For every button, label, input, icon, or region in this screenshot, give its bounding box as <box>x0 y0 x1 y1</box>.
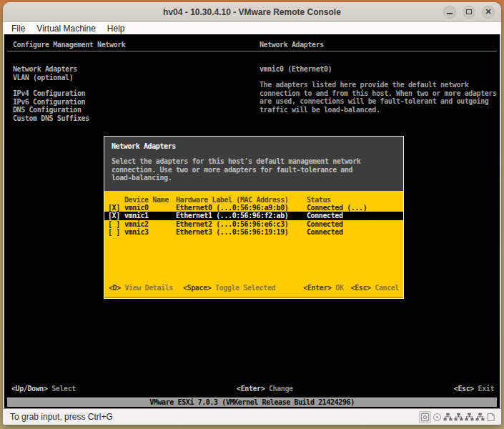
checkbox-vmnic0[interactable]: [X] <box>108 204 124 212</box>
key-esc: <Esc> <box>454 385 474 393</box>
maximize-icon <box>466 9 472 14</box>
minimize-icon <box>447 13 453 14</box>
key-esc-label: Cancel <box>375 284 399 292</box>
maximize-button[interactable] <box>463 6 475 19</box>
network-adapter-3-icon[interactable] <box>465 413 474 422</box>
adapter-table-panel: Device Name Hardware Label (MAC Address)… <box>104 191 403 298</box>
dcui-menu-ipv6[interactable]: IPv6 Configuration <box>13 98 89 107</box>
dcui-left-header: Configure Management Network <box>13 41 125 49</box>
vmrc-window: hv04 - 10.30.4.10 - VMware Remote Consol… <box>3 2 501 425</box>
status-value: Connected <box>307 212 403 220</box>
adapter-table: Device Name Hardware Label (MAC Address)… <box>104 191 403 236</box>
dcui-key-hints: <Up/Down> Select <Enter> Change <Esc> Ex… <box>11 385 494 393</box>
network-adapter-4-icon[interactable] <box>475 413 485 422</box>
hardware-label: Ethernet0 (...0:56:96:a9:b0) <box>176 204 307 212</box>
header-device-name: Device Name <box>108 196 176 204</box>
esxi-version-bar: VMware ESXi 7.0.3 (VMKernel Release Buil… <box>7 398 497 407</box>
key-space-label: Toggle Selected <box>215 284 275 292</box>
hardware-label: Ethernet1 (...0:56:96:f2:ab) <box>176 212 307 220</box>
key-enter: <Enter> <box>237 385 265 393</box>
dialog-key-hints: <D> View Details <Space> Toggle Selected… <box>109 284 399 292</box>
menu-file[interactable]: File <box>6 22 31 34</box>
header-hardware-label: Hardware Label (MAC Address) <box>176 196 307 204</box>
adapter-summary: vmnic0 (Ethernet0) <box>260 65 498 74</box>
dialog-body-line: connection. Use two or more adapters for… <box>112 166 360 174</box>
network-adapters-dialog: Network Adapters Select the adapters for… <box>104 136 404 299</box>
network-adapter-2-icon[interactable] <box>454 413 463 422</box>
dcui-detail-pane: vmnic0 (Ethernet0) The adapters listed h… <box>260 65 498 114</box>
minimize-button[interactable] <box>443 6 456 19</box>
key-updown: <Up/Down> <box>11 385 48 393</box>
menu-help[interactable]: Help <box>102 22 131 34</box>
key-enter: <Enter> <box>303 284 331 292</box>
checkbox-vmnic3[interactable]: [ ] <box>108 228 124 236</box>
key-esc-label: Exit <box>478 385 494 393</box>
dialog-body: Select the adapters for this host's defa… <box>112 157 360 182</box>
close-button[interactable]: ✕ <box>482 6 495 19</box>
dcui-menu-vlan[interactable]: VLAN (optional) <box>13 74 89 82</box>
window-title: hv04 - 10.30.4.10 - VMware Remote Consol… <box>3 7 501 17</box>
table-row-vmnic2[interactable]: [ ]vmnic2 Ethernet2 (...0:56:96:e6:c3) C… <box>104 220 403 228</box>
hardware-label: Ethernet3 (...0:56:96:19:19) <box>176 228 307 236</box>
checkbox-vmnic1[interactable]: [X] <box>108 212 124 220</box>
table-row-vmnic1-selected[interactable]: [X]vmnic1 Ethernet1 (...0:56:96:f2:ab) C… <box>104 212 403 220</box>
titlebar[interactable]: hv04 - 10.30.4.10 - VMware Remote Consol… <box>3 2 501 22</box>
dcui-menu-custom-dns-suffixes[interactable]: Custom DNS Suffixes <box>13 114 89 123</box>
key-esc: <Esc> <box>351 284 371 292</box>
device-name: vmnic1 <box>124 212 149 220</box>
key-updown-label: Select <box>51 385 76 393</box>
adapter-description-line: traffic will be load-balanced. <box>260 106 498 114</box>
table-row-vmnic0[interactable]: [X]vmnic0 Ethernet0 (...0:56:96:a9:b0) C… <box>104 204 403 212</box>
key-enter-label: Change <box>269 385 293 393</box>
dcui-menu-dns[interactable]: DNS Configuration <box>13 106 89 114</box>
dcui-menu: Network Adapters VLAN (optional) IPv4 Co… <box>13 65 89 122</box>
adapter-description-line: connection to and from this host. When t… <box>260 89 498 98</box>
console-viewport[interactable]: Configure Management Network Network Ada… <box>4 34 500 408</box>
key-enter-label: OK <box>335 284 343 292</box>
network-adapter-1-icon[interactable] <box>443 413 453 422</box>
vmrc-status-bar: To grab input, press Ctrl+G <box>3 408 501 425</box>
hard-disk-icon <box>420 413 430 422</box>
dcui-header-rule <box>7 51 497 51</box>
table-row-vmnic3[interactable]: [ ]vmnic3 Ethernet3 (...0:56:96:19:19) C… <box>104 228 403 236</box>
dialog-title: Network Adapters <box>112 142 176 151</box>
hardware-label: Ethernet2 (...0:56:96:e6:c3) <box>176 220 307 228</box>
hard-disk-device-button[interactable] <box>419 411 431 423</box>
device-name: vmnic0 <box>124 204 149 212</box>
dialog-body-line: load-balancing. <box>112 174 360 182</box>
table-header-row: Device Name Hardware Label (MAC Address)… <box>104 196 403 204</box>
adapter-description-line: The adapters listed here provide the def… <box>260 81 498 89</box>
key-d-label: View Details <box>125 284 173 292</box>
dcui-right-header: Network Adapters <box>260 41 324 49</box>
close-icon: ✕ <box>485 8 491 16</box>
header-status: Status <box>307 196 403 204</box>
cd-rom-icon[interactable] <box>433 413 442 422</box>
dcui-menu-network-adapters[interactable]: Network Adapters <box>13 65 89 74</box>
dcui-menu-ipv4[interactable]: IPv4 Configuration <box>13 89 89 98</box>
checkbox-vmnic2[interactable]: [ ] <box>108 220 124 228</box>
adapter-description-line: are used, connections will be fault-tole… <box>260 97 498 106</box>
key-d: <D> <box>109 284 121 292</box>
dialog-body-line: Select the adapters for this host's defa… <box>112 157 360 166</box>
status-value: Connected (...) <box>307 204 403 212</box>
menubar: File Virtual Machine Help <box>3 22 501 34</box>
menu-virtual-machine[interactable]: Virtual Machine <box>31 22 102 34</box>
status-value: Connected <box>307 220 403 228</box>
device-name: vmnic3 <box>124 228 149 236</box>
status-value: Connected <box>307 228 403 236</box>
message-log-icon[interactable] <box>486 413 495 422</box>
device-name: vmnic2 <box>124 220 149 228</box>
grab-input-hint: To grab input, press Ctrl+G <box>10 412 113 422</box>
key-space: <Space> <box>183 284 211 292</box>
